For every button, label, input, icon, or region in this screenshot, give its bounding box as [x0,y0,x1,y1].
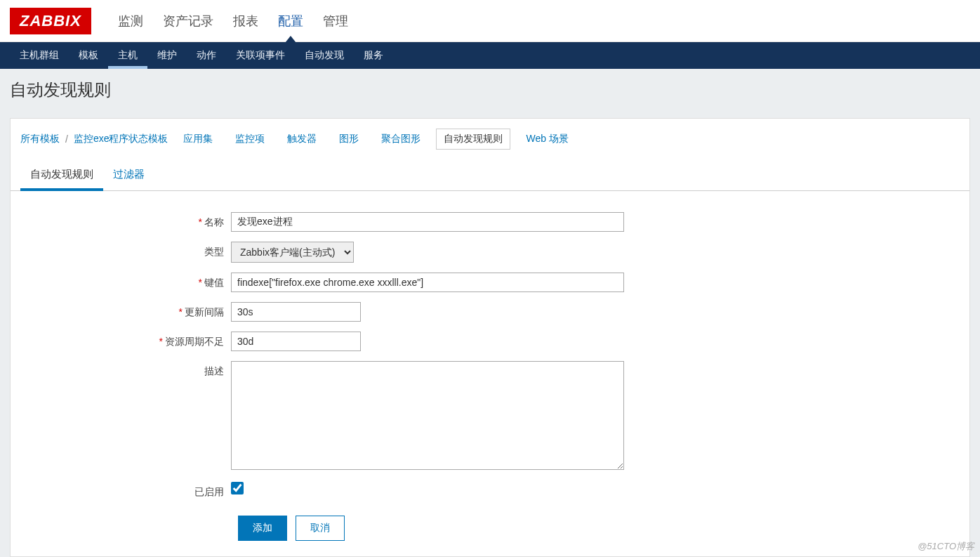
label-name: *名称 [20,212,231,229]
label-update-interval: *更新间隔 [20,302,231,319]
row-keep-lost: *资源周期不足 [20,332,960,351]
top-nav: ZABBIX 监测 资产记录 报表 配置 管理 [0,0,980,42]
select-type[interactable]: Zabbix客户端(主动式) [231,242,354,263]
subnav-templates[interactable]: 模板 [69,42,108,69]
inner-tab-rule[interactable]: 自动发现规则 [20,161,103,191]
breadcrumb-all-templates[interactable]: 所有模板 [20,133,60,145]
breadcrumb-sep: / [65,133,68,145]
page-area: 自动发现规则 所有模板 / 监控exe程序状态模板 应用集 监控项 触发器 图形… [0,69,980,557]
nav-reports[interactable]: 报表 [223,0,268,42]
textarea-description[interactable] [231,361,624,470]
page-title: 自动发现规则 [10,79,970,101]
row-enabled: 已启用 [20,482,960,499]
row-update-interval: *更新间隔 [20,302,960,322]
inner-tab-filters[interactable]: 过滤器 [103,161,154,190]
form: *名称 类型 Zabbix客户端(主动式) *键值 *更新间隔 [11,191,969,541]
subnav-actions[interactable]: 动作 [187,42,226,69]
subnav-hosts[interactable]: 主机 [108,42,147,69]
input-update-interval[interactable] [231,302,361,322]
subnav-maintenance[interactable]: 维护 [147,42,187,69]
input-name[interactable] [231,212,624,232]
subnav-services[interactable]: 服务 [354,42,393,69]
subnav-discovery[interactable]: 自动发现 [295,42,354,69]
tab-discovery-rules[interactable]: 自动发现规则 [436,129,510,150]
tab-triggers[interactable]: 触发器 [280,129,324,149]
label-description: 描述 [20,361,231,378]
sub-nav: 主机群组 模板 主机 维护 动作 关联项事件 自动发现 服务 [0,42,980,69]
row-name: *名称 [20,212,960,232]
row-key: *键值 [20,273,960,292]
cancel-button[interactable]: 取消 [296,516,345,541]
input-keep-lost[interactable] [231,332,361,351]
tab-graphs[interactable]: 图形 [332,129,366,149]
label-type: 类型 [20,242,231,258]
nav-administration[interactable]: 管理 [313,0,358,42]
checkbox-enabled[interactable] [231,482,244,494]
breadcrumb: 所有模板 / 监控exe程序状态模板 应用集 监控项 触发器 图形 聚合图形 自… [11,129,969,161]
subnav-hostgroups[interactable]: 主机群组 [10,42,69,69]
button-row: 添加 取消 [238,516,960,541]
inner-tabs: 自动发现规则 过滤器 [11,161,969,191]
nav-configuration[interactable]: 配置 [268,0,313,42]
tab-screens[interactable]: 聚合图形 [374,129,428,149]
subnav-correlation[interactable]: 关联项事件 [226,42,295,69]
row-type: 类型 Zabbix客户端(主动式) [20,242,960,263]
nav-inventory[interactable]: 资产记录 [153,0,223,42]
row-description: 描述 [20,361,960,472]
label-enabled: 已启用 [20,482,231,499]
tab-web-scenarios[interactable]: Web 场景 [519,129,575,149]
content-card: 所有模板 / 监控exe程序状态模板 应用集 监控项 触发器 图形 聚合图形 自… [10,118,970,557]
label-key: *键值 [20,273,231,289]
input-key[interactable] [231,273,624,292]
zabbix-logo: ZABBIX [10,8,91,34]
tab-items[interactable]: 监控项 [228,129,272,149]
watermark: @51CTO博客 [918,540,974,553]
tab-applications[interactable]: 应用集 [176,129,220,149]
breadcrumb-template-link[interactable]: 监控exe程序状态模板 [74,133,168,145]
add-button[interactable]: 添加 [238,516,287,541]
label-keep-lost: *资源周期不足 [20,332,231,348]
nav-monitoring[interactable]: 监测 [108,0,153,42]
